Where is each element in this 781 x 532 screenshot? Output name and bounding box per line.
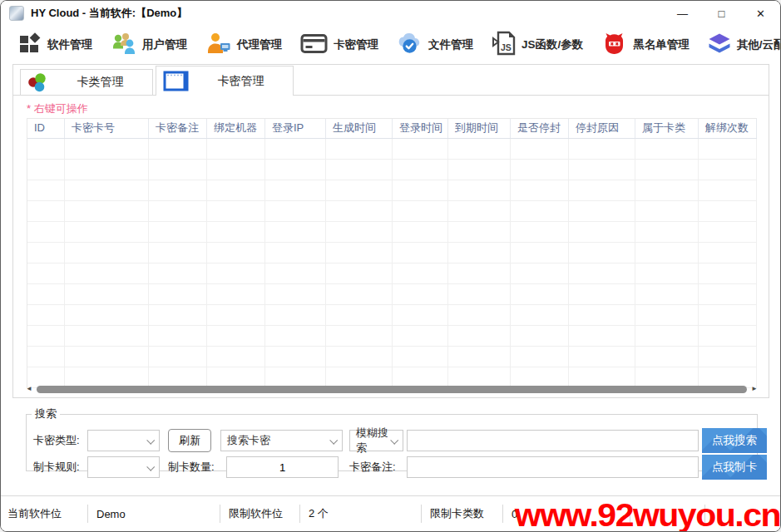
table-cell — [569, 139, 635, 160]
toolbar-item-cards[interactable]: 卡密管理 — [300, 33, 378, 57]
table-cell — [326, 222, 393, 243]
table-row[interactable] — [27, 222, 757, 243]
table-cell — [265, 180, 326, 201]
card-remark-label: 卡密备注: — [349, 460, 396, 475]
toolbar-item-files[interactable]: 文件管理 — [397, 32, 473, 58]
table-cell — [393, 160, 448, 180]
table-cell — [207, 326, 265, 347]
maximize-icon[interactable]: □ — [702, 1, 741, 26]
horizontal-scrollbar[interactable]: ◄ ► — [25, 384, 759, 394]
column-header-card-no[interactable]: 卡密卡号 — [65, 119, 149, 138]
toolbar-item-users[interactable]: 用户管理 — [111, 32, 187, 58]
make-rule-select[interactable] — [87, 456, 160, 478]
table-cell — [699, 305, 757, 326]
table-cell — [326, 264, 393, 284]
column-header-unbind-count[interactable]: 解绑次数 — [699, 119, 757, 138]
svg-text:JS: JS — [501, 42, 512, 52]
column-header-card-type[interactable]: 属于卡类 — [635, 119, 699, 138]
search-mode-select[interactable]: 模糊搜索 — [349, 430, 403, 451]
table-row[interactable] — [27, 160, 757, 180]
table-cell — [207, 305, 265, 326]
table-row[interactable] — [27, 305, 757, 326]
table-cell — [207, 347, 265, 367]
table-cell — [511, 201, 569, 222]
minimize-icon[interactable]: — — [663, 1, 702, 26]
table-row[interactable] — [27, 243, 757, 264]
app-window: HY Cloud - 当前软件:【Demo】 — □ ✕ { 软件管理 用户管理 — [0, 0, 781, 532]
toolbar-item-js[interactable]: JS JS函数/参数 — [492, 31, 583, 59]
table-cell — [27, 201, 65, 222]
table-row[interactable] — [27, 284, 757, 305]
chevron-down-icon — [146, 462, 155, 470]
search-keyword-input[interactable] — [407, 430, 699, 451]
toolbar-item-blacklist[interactable]: 黑名单管理 — [601, 32, 690, 58]
column-header-ban-reason[interactable]: 停封原因 — [569, 119, 635, 138]
tab-card-keys[interactable]: 卡密管理 — [156, 66, 294, 96]
tab-card-types[interactable]: 卡类管理 — [20, 69, 153, 96]
table-cell — [393, 180, 448, 201]
column-header-create-time[interactable]: 生成时间 — [326, 119, 393, 138]
card-table: ID 卡密卡号 卡密备注 绑定机器 登录IP 生成时间 登录时间 到期时间 是否… — [27, 118, 757, 388]
refresh-button[interactable]: 刷新 — [168, 429, 211, 452]
table-cell — [393, 305, 448, 326]
table-cell — [65, 180, 149, 201]
table-cell — [635, 326, 699, 347]
column-header-is-banned[interactable]: 是否停封 — [511, 119, 569, 138]
card-remark-input[interactable] — [407, 456, 699, 478]
table-cell — [149, 180, 207, 201]
column-header-login-time[interactable]: 登录时间 — [393, 119, 448, 138]
table-row[interactable] — [27, 326, 757, 347]
table-cell — [511, 139, 569, 160]
search-button[interactable]: 点我搜索 — [702, 428, 767, 453]
table-row[interactable] — [27, 180, 757, 201]
table-cell — [569, 243, 635, 264]
table-cell — [265, 347, 326, 367]
column-header-bound-machine[interactable]: 绑定机器 — [207, 119, 265, 138]
table-cell — [149, 284, 207, 305]
table-cell — [448, 139, 511, 160]
table-cell — [326, 201, 393, 222]
table-cell — [265, 201, 326, 222]
search-field-select[interactable]: 搜索卡密 — [220, 430, 343, 451]
scroll-right-icon[interactable]: ► — [750, 384, 759, 394]
close-icon[interactable]: ✕ — [741, 1, 780, 26]
table-cell — [207, 243, 265, 264]
card-type-select[interactable] — [87, 430, 160, 451]
column-header-card-remark[interactable]: 卡密备注 — [149, 119, 207, 138]
scroll-left-icon[interactable]: ◄ — [25, 384, 33, 394]
search-field-select-value: 搜索卡密 — [227, 433, 270, 448]
column-header-expire-time[interactable]: 到期时间 — [448, 119, 511, 138]
table-row[interactable] — [27, 201, 757, 222]
make-card-row: 制卡规则: 制卡数量: 卡密备注: 点我制卡 — [27, 455, 757, 480]
table-cell — [265, 139, 326, 160]
table-cell — [265, 264, 326, 284]
scrollbar-thumb[interactable] — [37, 386, 747, 393]
table-row[interactable] — [27, 264, 757, 284]
column-header-id[interactable]: ID — [27, 119, 65, 138]
table-cell — [207, 180, 265, 201]
make-card-button[interactable]: 点我制卡 — [702, 455, 767, 480]
table-cell — [511, 264, 569, 284]
table-cell — [393, 264, 448, 284]
table-cell — [511, 326, 569, 347]
table-cell — [448, 243, 511, 264]
table-row[interactable] — [27, 347, 757, 367]
app-icon — [9, 6, 24, 21]
table-cell — [207, 264, 265, 284]
cloud-shield-check-icon — [397, 32, 423, 58]
table-cell — [511, 243, 569, 264]
table-cell — [511, 180, 569, 201]
column-header-login-ip[interactable]: 登录IP — [265, 119, 326, 138]
toolbar-item-agents[interactable]: 代理管理 — [205, 32, 282, 58]
table-cell — [511, 347, 569, 367]
status-current-slot-value: Demo — [87, 505, 220, 523]
table-cell — [635, 180, 699, 201]
toolbar-item-software[interactable]: 软件管理 — [19, 32, 92, 58]
table-row[interactable] — [27, 139, 757, 160]
make-count-input[interactable] — [226, 456, 339, 478]
table-cell — [511, 160, 569, 180]
table-cell — [27, 326, 65, 347]
toolbar-item-other[interactable]: 其他/云配置 — [708, 32, 781, 57]
table-cell — [393, 326, 448, 347]
table-cell — [27, 305, 65, 326]
